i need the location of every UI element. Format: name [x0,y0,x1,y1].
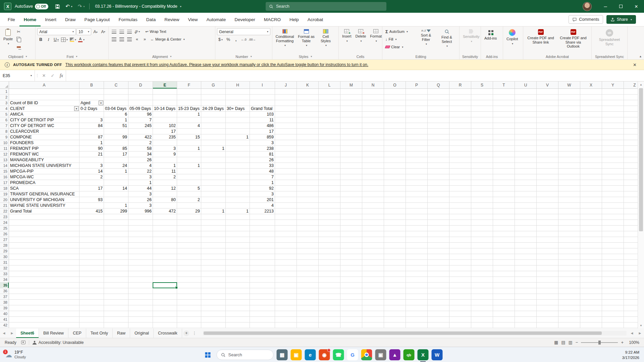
cell-I6[interactable]: 11 [250,117,275,123]
cell-S23[interactable] [471,214,493,220]
cell-A30[interactable] [9,254,79,260]
cell-O38[interactable] [384,300,406,305]
cell-T4[interactable] [493,106,515,112]
cell-S4[interactable] [471,106,493,112]
cell-U16[interactable] [515,174,537,180]
cell-X30[interactable] [580,254,602,260]
create-pdf-share-link-button[interactable]: PDF Create PDF and Share link [525,28,556,54]
cell-O29[interactable] [384,248,406,254]
cell-J15[interactable] [275,169,297,174]
cell-W24[interactable] [558,220,580,226]
cell-A1[interactable] [9,89,79,95]
cell-F34[interactable] [177,277,201,283]
cell-S6[interactable] [471,117,493,123]
cell-F17[interactable] [177,180,201,186]
cell-A40[interactable] [9,311,79,317]
cell-D9[interactable]: 422 [128,134,153,140]
cell-D42[interactable] [128,322,153,328]
cell-E34[interactable] [153,277,177,283]
cell-C29[interactable] [104,248,128,254]
cell-W16[interactable] [558,174,580,180]
cell-J42[interactable] [275,322,297,328]
user-avatar[interactable] [583,2,592,11]
cell-L2[interactable] [319,95,340,100]
cell-P38[interactable] [406,300,428,305]
cell-R31[interactable] [449,260,471,265]
cell-V17[interactable] [537,180,558,186]
cell-J22[interactable] [275,208,297,214]
cell-E33[interactable] [153,271,177,277]
cell-X20[interactable] [580,197,602,203]
cell-W37[interactable] [558,294,580,300]
excel-icon[interactable]: X [418,349,429,360]
cell-Z40[interactable] [624,311,638,317]
cell-A18[interactable]: SCA [9,186,79,191]
cell-S25[interactable] [471,226,493,231]
cell-X6[interactable] [580,117,602,123]
cell-F38[interactable] [177,300,201,305]
comma-style-button[interactable]: , [232,36,239,43]
cell-R35[interactable] [449,283,471,288]
cell-J16[interactable] [275,174,297,180]
cell-R32[interactable] [449,265,471,271]
cell-N8[interactable] [362,129,384,134]
cell-L30[interactable] [319,254,340,260]
cell-L12[interactable] [319,152,340,157]
cell-Q28[interactable] [428,243,449,248]
name-box-resize-handle[interactable]: ⋮ [35,70,40,81]
cell-E25[interactable] [153,226,177,231]
cell-P21[interactable] [406,203,428,208]
cell-K22[interactable] [297,208,319,214]
cell-R22[interactable] [449,208,471,214]
cell-U6[interactable] [515,117,537,123]
cell-M37[interactable] [340,294,362,300]
cell-E42[interactable] [153,322,177,328]
cell-F14[interactable]: 1 [177,163,201,169]
cell-A25[interactable] [9,226,79,231]
cell-F29[interactable] [177,248,201,254]
column-header-T[interactable]: T [493,81,515,89]
cell-Q42[interactable] [428,322,449,328]
cell-Z23[interactable] [624,214,638,220]
cell-I40[interactable] [250,311,275,317]
cell-D14[interactable]: 4 [128,163,153,169]
cell-U41[interactable] [515,317,537,322]
cell-U37[interactable] [515,294,537,300]
edge-icon[interactable]: e [305,349,316,360]
cell-T41[interactable] [493,317,515,322]
column-header-L[interactable]: L [319,81,340,89]
cell-N16[interactable] [362,174,384,180]
cell-D19[interactable]: 3 [128,191,153,197]
cell-B38[interactable] [79,300,104,305]
cell-Z14[interactable] [624,163,638,169]
cell-B33[interactable] [79,271,104,277]
cell-P32[interactable] [406,265,428,271]
cell-B34[interactable] [79,277,104,283]
cell-K10[interactable] [297,140,319,146]
cell-E39[interactable] [153,305,177,311]
cell-N14[interactable] [362,163,384,169]
cell-O23[interactable] [384,214,406,220]
cell-P5[interactable] [406,112,428,117]
cell-O11[interactable] [384,146,406,152]
cell-R16[interactable] [449,174,471,180]
cell-A2[interactable] [9,95,79,100]
cell-V3[interactable] [537,100,558,106]
cell-W40[interactable] [558,311,580,317]
cell-D37[interactable] [128,294,153,300]
cell-U24[interactable] [515,220,537,226]
cell-R15[interactable] [449,169,471,174]
cell-J39[interactable] [275,305,297,311]
cell-N2[interactable] [362,95,384,100]
cell-U36[interactable] [515,288,537,294]
cell-I25[interactable] [250,226,275,231]
cell-D39[interactable] [128,305,153,311]
cell-T37[interactable] [493,294,515,300]
tab-view[interactable]: View [183,13,202,26]
cell-D26[interactable] [128,231,153,237]
chrome-icon[interactable] [361,349,372,360]
cell-N30[interactable] [362,254,384,260]
cell-M22[interactable] [340,208,362,214]
cell-X1[interactable] [580,89,602,95]
cell-J12[interactable] [275,152,297,157]
